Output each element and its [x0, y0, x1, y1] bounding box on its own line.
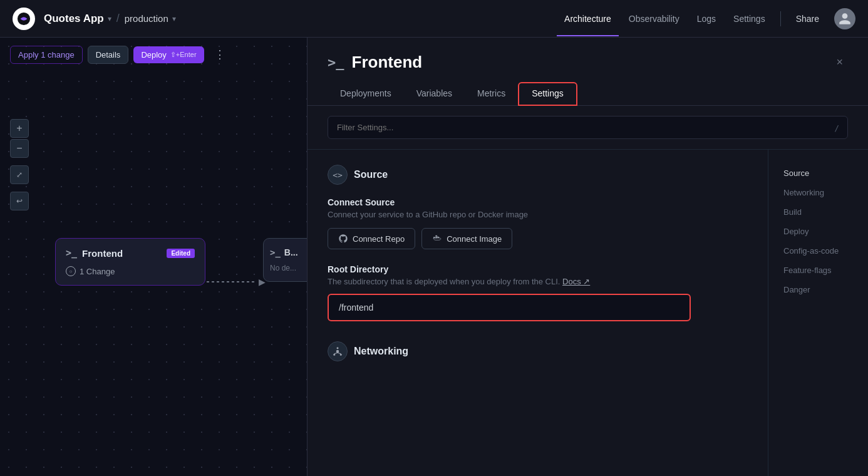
frontend-card-title: >_ Frontend [66, 247, 123, 259]
svg-line-9 [338, 353, 341, 354]
root-dir-label: Root Directory [328, 264, 748, 274]
tab-settings[interactable]: Settings [518, 82, 577, 106]
root-dir-docs-link[interactable]: Docs ↗ [562, 277, 590, 286]
deploy-button[interactable]: Deploy ⇧+Enter [133, 46, 204, 63]
frontend-card-status: ○ 1 Change [66, 266, 195, 276]
github-icon [338, 234, 348, 244]
networking-section-title: Networking [354, 346, 408, 357]
breadcrumb-separator: / [116, 12, 120, 25]
sidebar-nav-networking[interactable]: Networking [778, 184, 858, 201]
fullscreen-button[interactable]: ⤢ [10, 165, 29, 184]
edited-badge: Edited [167, 249, 195, 258]
connect-source-label: Connect Source [328, 197, 748, 207]
panel-main-content: <> Source Connect Source Connect your se… [307, 150, 768, 476]
networking-section-title-row: Networking [328, 341, 748, 361]
svg-rect-4 [435, 235, 437, 237]
apply-change-button[interactable]: Apply 1 change [10, 46, 83, 64]
root-dir-desc: The subdirectory that is deployed when y… [328, 277, 748, 286]
clock-icon: ○ [66, 266, 76, 276]
sidebar-nav-danger[interactable]: Danger [778, 281, 858, 298]
terminal-icon: >_ [66, 247, 77, 259]
source-section-icon: <> [328, 165, 348, 185]
action-buttons: Connect Repo Connect Image [328, 228, 748, 249]
networking-section-icon [328, 341, 348, 361]
app-chevron-icon[interactable]: ▾ [108, 14, 111, 23]
nav-observability[interactable]: Observability [621, 10, 687, 28]
env-chevron-icon[interactable]: ▾ [172, 14, 176, 23]
sidebar-nav-deploy[interactable]: Deploy [778, 223, 858, 240]
filter-input-wrap: / [328, 116, 848, 139]
svg-line-8 [334, 353, 338, 354]
env-group[interactable]: production ▾ [125, 13, 176, 24]
details-button[interactable]: Details [88, 46, 129, 64]
avatar[interactable] [834, 8, 855, 29]
nav-logs[interactable]: Logs [690, 10, 723, 28]
sidebar-nav-build[interactable]: Build [778, 204, 858, 220]
svg-point-5 [336, 350, 339, 353]
canvas-controls: + − ⤢ ↩ [10, 119, 29, 210]
settings-panel: >_ Frontend × Deployments Variables Metr… [307, 38, 868, 476]
panel-tabs: Deployments Variables Metrics Settings [328, 82, 848, 105]
network-icon [332, 346, 343, 357]
frontend-card-header: >_ Frontend Edited [66, 247, 195, 259]
undo-button[interactable]: ↩ [10, 192, 29, 210]
canvas-toolbar: Apply 1 change Details Deploy ⇧+Enter ⋮ [0, 38, 307, 71]
backend-card-title: >_ B... [270, 247, 306, 257]
panel-sidebar-nav: Source Networking Build Deploy Config-as… [768, 150, 868, 476]
backend-terminal-icon: >_ [270, 247, 281, 257]
source-section: <> Source Connect Source Connect your se… [328, 165, 748, 321]
sidebar-nav-config-as-code[interactable]: Config-as-code [778, 242, 858, 259]
svg-point-7 [340, 354, 342, 356]
nav-architecture[interactable]: Architecture [557, 10, 619, 28]
panel-title: >_ Frontend [328, 53, 422, 72]
docker-icon [432, 234, 442, 244]
panel-close-button[interactable]: × [831, 53, 848, 71]
backend-service-card[interactable]: >_ B... No de... [263, 238, 307, 282]
source-section-title-row: <> Source [328, 165, 748, 185]
tab-deployments[interactable]: Deployments [328, 82, 404, 106]
sidebar-nav-source[interactable]: Source [778, 165, 858, 182]
connect-repo-button[interactable]: Connect Repo [328, 228, 415, 249]
source-section-title: Source [354, 169, 388, 180]
topnav: Quotes App ▾ / production ▾ Architecture… [0, 0, 868, 38]
app-name-group[interactable]: Quotes App ▾ [44, 13, 111, 25]
topnav-right: Architecture Observability Logs Settings… [557, 8, 855, 29]
frontend-service-card[interactable]: >_ Frontend Edited ○ 1 Change [55, 238, 205, 286]
zoom-out-button[interactable]: − [10, 139, 29, 158]
root-dir-input[interactable] [328, 294, 691, 321]
tab-metrics[interactable]: Metrics [465, 82, 518, 106]
connector-line [207, 281, 257, 282]
connect-source-desc: Connect your service to a GitHub repo or… [328, 210, 748, 219]
svg-point-6 [333, 354, 335, 356]
deploy-shortcut: ⇧+Enter [170, 51, 197, 59]
canvas-panel: Apply 1 change Details Deploy ⇧+Enter ⋮ … [0, 38, 307, 476]
connect-image-button[interactable]: Connect Image [421, 228, 512, 249]
tab-variables[interactable]: Variables [404, 82, 465, 106]
main-area: Apply 1 change Details Deploy ⇧+Enter ⋮ … [0, 38, 868, 476]
share-button[interactable]: Share [788, 10, 827, 28]
nav-settings[interactable]: Settings [726, 10, 773, 28]
filter-slash-icon: / [834, 123, 839, 132]
zoom-in-button[interactable]: + [10, 119, 29, 138]
backend-card-status: No de... [270, 264, 306, 272]
nav-divider [780, 11, 781, 26]
env-name: production [125, 13, 168, 24]
deploy-label: Deploy [141, 50, 166, 59]
networking-section: Networking [328, 341, 748, 361]
panel-body: <> Source Connect Source Connect your se… [307, 150, 868, 476]
app-name: Quotes App [44, 13, 104, 25]
panel-header: >_ Frontend × Deployments Variables Metr… [307, 38, 868, 106]
service-connector: ▶ [207, 277, 266, 287]
panel-title-terminal-icon: >_ [328, 54, 344, 70]
filter-bar: / [307, 106, 868, 150]
filter-input[interactable] [328, 116, 848, 139]
panel-title-row: >_ Frontend × [328, 53, 848, 72]
more-options-button[interactable]: ⋮ [209, 45, 230, 64]
logo[interactable] [13, 8, 35, 30]
sidebar-nav-feature-flags[interactable]: Feature-flags [778, 262, 858, 279]
svg-point-10 [337, 347, 339, 349]
